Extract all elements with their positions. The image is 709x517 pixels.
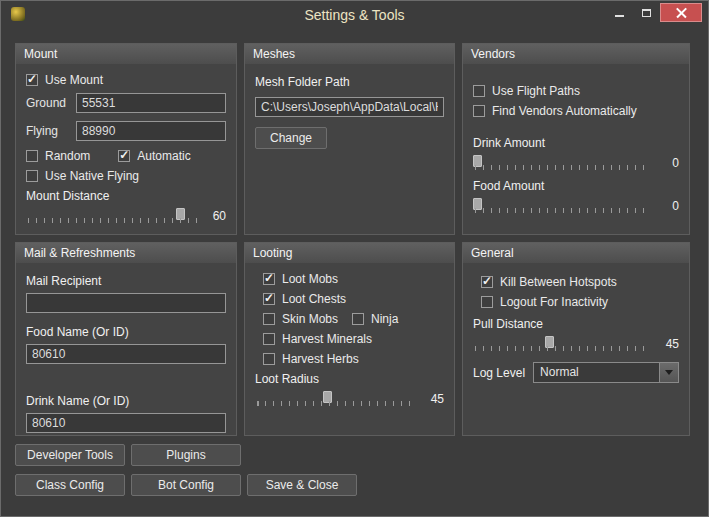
log-level-label: Log Level	[473, 366, 525, 380]
group-mount-title: Mount	[16, 44, 236, 64]
ground-input[interactable]	[76, 93, 226, 113]
log-level-selected: Normal	[534, 363, 659, 382]
group-mount: Mount Use Mount Ground Flying Random	[15, 43, 237, 235]
slider-thumb[interactable]	[473, 155, 482, 167]
checkbox-icon	[263, 353, 275, 365]
checkbox-label: Ninja	[371, 312, 398, 326]
group-mail-title: Mail & Refreshments	[16, 243, 236, 263]
find-vendors-checkbox[interactable]: Find Vendors Automatically	[473, 104, 679, 118]
food-amount-value: 0	[657, 199, 679, 213]
slider-thumb[interactable]	[545, 336, 554, 348]
group-looting-title: Looting	[245, 243, 454, 263]
ground-label: Ground	[26, 96, 76, 110]
minimize-icon	[615, 15, 624, 17]
native-flying-checkbox[interactable]: Use Native Flying	[26, 169, 226, 183]
slider-thumb[interactable]	[323, 391, 332, 403]
change-button[interactable]: Change	[255, 127, 327, 149]
checkbox-icon	[263, 273, 275, 285]
close-icon	[676, 7, 687, 18]
group-vendors-title: Vendors	[463, 44, 689, 64]
settings-window: Settings & Tools Mount Use Mount Ground …	[0, 0, 709, 517]
food-name-input[interactable]	[26, 344, 226, 364]
flying-input[interactable]	[76, 121, 226, 141]
checkbox-label: Logout For Inactivity	[500, 295, 608, 309]
loot-mobs-checkbox[interactable]: Loot Mobs	[263, 272, 444, 286]
skin-mobs-checkbox[interactable]: Skin Mobs	[263, 312, 338, 326]
checkbox-label: Loot Mobs	[282, 272, 338, 286]
checkbox-icon	[26, 74, 38, 86]
titlebar: Settings & Tools	[1, 1, 708, 29]
slider-thumb[interactable]	[473, 198, 482, 210]
maximize-button[interactable]	[633, 3, 660, 22]
use-flight-paths-checkbox[interactable]: Use Flight Paths	[473, 84, 679, 98]
minimize-button[interactable]	[606, 3, 633, 22]
plugins-button[interactable]: Plugins	[131, 444, 241, 466]
drink-amount-slider[interactable]	[473, 155, 653, 171]
group-vendors: Vendors Use Flight Paths Find Vendors Au…	[462, 43, 690, 235]
checkbox-icon	[473, 85, 485, 97]
group-looting: Looting Loot Mobs Loot Chests Skin Mobs …	[244, 242, 455, 436]
checkbox-label: Use Flight Paths	[492, 84, 580, 98]
app-icon	[11, 7, 25, 21]
class-config-button[interactable]: Class Config	[15, 474, 125, 496]
drink-amount-value: 0	[657, 156, 679, 170]
checkbox-label: Harvest Minerals	[282, 332, 372, 346]
food-name-label: Food Name (Or ID)	[26, 325, 226, 339]
mesh-folder-path-input[interactable]	[255, 97, 444, 117]
mount-distance-slider[interactable]	[26, 208, 200, 224]
window-title: Settings & Tools	[1, 7, 708, 23]
loot-chests-checkbox[interactable]: Loot Chests	[263, 292, 444, 306]
checkbox-icon	[263, 333, 275, 345]
checkbox-label: Kill Between Hotspots	[500, 275, 617, 289]
loot-radius-label: Loot Radius	[255, 372, 444, 386]
checkbox-icon	[26, 150, 38, 162]
mail-recipient-label: Mail Recipient	[26, 274, 226, 288]
mail-recipient-input[interactable]	[26, 293, 226, 313]
drink-amount-label: Drink Amount	[473, 136, 679, 150]
mesh-folder-path-label: Mesh Folder Path	[255, 75, 444, 89]
checkbox-icon	[473, 105, 485, 117]
chevron-down-icon	[665, 370, 673, 375]
checkbox-icon	[118, 150, 130, 162]
group-general-title: General	[463, 243, 689, 263]
pull-distance-slider[interactable]	[473, 336, 653, 352]
checkbox-icon	[481, 296, 493, 308]
flying-label: Flying	[26, 124, 76, 138]
random-checkbox[interactable]: Random	[26, 149, 90, 163]
checkbox-label: Skin Mobs	[282, 312, 338, 326]
kill-between-hotspots-checkbox[interactable]: Kill Between Hotspots	[481, 275, 679, 289]
checkbox-icon	[263, 293, 275, 305]
log-level-dropdown[interactable]: Normal	[533, 362, 679, 383]
group-mail: Mail & Refreshments Mail Recipient Food …	[15, 242, 237, 436]
loot-radius-value: 45	[422, 392, 444, 406]
group-meshes-title: Meshes	[245, 44, 454, 64]
bot-config-button[interactable]: Bot Config	[131, 474, 241, 496]
ninja-checkbox[interactable]: Ninja	[352, 312, 398, 326]
harvest-minerals-checkbox[interactable]: Harvest Minerals	[263, 332, 444, 346]
food-amount-slider[interactable]	[473, 198, 653, 214]
dropdown-button[interactable]	[659, 363, 678, 382]
checkbox-label: Harvest Herbs	[282, 352, 359, 366]
slider-thumb[interactable]	[176, 208, 185, 220]
drink-name-label: Drink Name (Or ID)	[26, 394, 226, 408]
checkbox-label: Automatic	[137, 149, 190, 163]
harvest-herbs-checkbox[interactable]: Harvest Herbs	[263, 352, 444, 366]
save-close-button[interactable]: Save & Close	[247, 474, 357, 496]
checkbox-icon	[263, 313, 275, 325]
checkbox-label: Use Native Flying	[45, 169, 139, 183]
drink-name-input[interactable]	[26, 413, 226, 433]
automatic-checkbox[interactable]: Automatic	[118, 149, 190, 163]
checkbox-icon	[26, 170, 38, 182]
loot-radius-slider[interactable]	[255, 391, 418, 407]
use-mount-checkbox[interactable]: Use Mount	[26, 73, 226, 87]
developer-tools-button[interactable]: Developer Tools	[15, 444, 125, 466]
group-meshes: Meshes Mesh Folder Path Change	[244, 43, 455, 235]
logout-inactivity-checkbox[interactable]: Logout For Inactivity	[481, 295, 679, 309]
close-button[interactable]	[660, 3, 702, 22]
group-general: General Kill Between Hotspots Logout For…	[462, 242, 690, 436]
checkbox-icon	[481, 276, 493, 288]
pull-distance-value: 45	[657, 337, 679, 351]
mount-distance-label: Mount Distance	[26, 189, 226, 203]
maximize-icon	[642, 9, 651, 17]
checkbox-icon	[352, 313, 364, 325]
